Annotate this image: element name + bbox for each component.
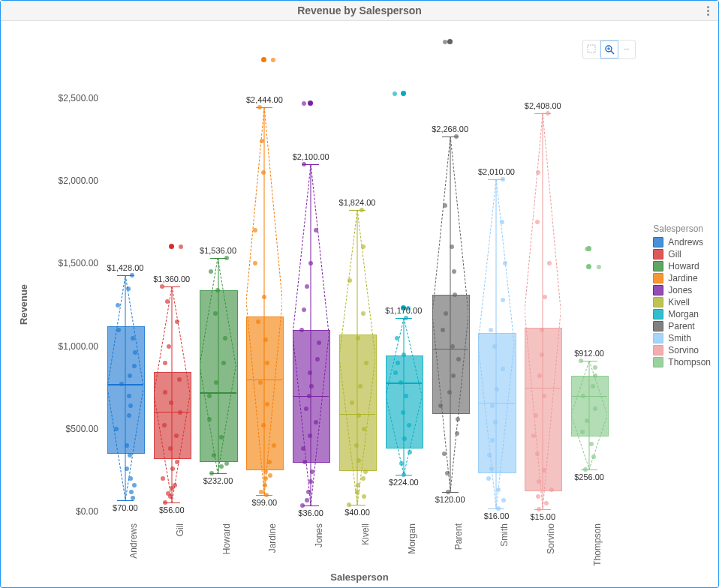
data-point[interactable] bbox=[310, 470, 314, 474]
data-point[interactable] bbox=[591, 384, 595, 388]
data-point[interactable] bbox=[301, 446, 305, 451]
data-point[interactable] bbox=[496, 488, 501, 492]
data-point[interactable] bbox=[581, 394, 585, 398]
data-point[interactable] bbox=[132, 483, 137, 488]
data-point[interactable] bbox=[317, 340, 321, 345]
data-point[interactable] bbox=[265, 402, 269, 406]
data-point[interactable] bbox=[163, 500, 167, 505]
data-point[interactable] bbox=[272, 443, 276, 448]
data-point[interactable] bbox=[549, 488, 554, 492]
data-point[interactable] bbox=[302, 162, 306, 166]
data-point[interactable] bbox=[441, 328, 445, 332]
data-point[interactable] bbox=[125, 466, 129, 471]
data-point[interactable] bbox=[207, 394, 212, 398]
data-point[interactable] bbox=[447, 390, 452, 394]
data-point[interactable] bbox=[486, 476, 491, 481]
data-point[interactable] bbox=[585, 418, 589, 423]
data-point[interactable] bbox=[302, 460, 307, 464]
data-point[interactable] bbox=[224, 256, 229, 260]
legend-item[interactable]: Howard bbox=[653, 261, 711, 272]
data-point[interactable] bbox=[537, 507, 541, 512]
data-point[interactable] bbox=[130, 273, 134, 278]
data-point[interactable] bbox=[501, 177, 505, 182]
legend-item[interactable]: Jardine bbox=[653, 273, 711, 284]
data-point[interactable] bbox=[224, 461, 229, 466]
data-point[interactable] bbox=[579, 358, 583, 363]
legend-item[interactable]: Kivell bbox=[653, 297, 711, 308]
data-point[interactable] bbox=[501, 298, 505, 302]
data-point[interactable] bbox=[455, 431, 459, 436]
data-point[interactable] bbox=[128, 476, 133, 481]
legend-item[interactable]: Gill bbox=[653, 249, 711, 260]
data-point[interactable] bbox=[308, 479, 313, 484]
data-point[interactable] bbox=[402, 472, 406, 477]
data-point[interactable] bbox=[129, 490, 134, 494]
data-point[interactable] bbox=[160, 284, 164, 289]
outlier-point[interactable] bbox=[169, 244, 174, 249]
data-point[interactable] bbox=[356, 413, 361, 418]
data-point[interactable] bbox=[261, 170, 266, 175]
data-point[interactable] bbox=[492, 344, 497, 349]
data-point[interactable] bbox=[489, 328, 493, 332]
data-point[interactable] bbox=[591, 454, 596, 459]
data-point[interactable] bbox=[356, 483, 360, 488]
data-point[interactable] bbox=[361, 244, 366, 249]
box[interactable] bbox=[386, 356, 423, 448]
data-point[interactable] bbox=[132, 364, 137, 368]
data-point[interactable] bbox=[257, 105, 262, 110]
data-point[interactable] bbox=[213, 311, 218, 316]
data-point[interactable] bbox=[263, 476, 268, 481]
data-point[interactable] bbox=[179, 244, 183, 249]
data-point[interactable] bbox=[175, 460, 179, 464]
outlier-point[interactable] bbox=[261, 57, 266, 62]
data-point[interactable] bbox=[438, 404, 443, 408]
data-point[interactable] bbox=[265, 361, 269, 365]
data-point[interactable] bbox=[305, 498, 309, 502]
data-point[interactable] bbox=[544, 501, 549, 506]
data-point[interactable] bbox=[350, 400, 354, 405]
data-point[interactable] bbox=[308, 261, 313, 266]
legend-item[interactable]: Smith bbox=[653, 333, 711, 344]
data-point[interactable] bbox=[167, 344, 171, 349]
data-point[interactable] bbox=[126, 286, 131, 291]
data-point[interactable] bbox=[268, 473, 272, 478]
data-point[interactable] bbox=[503, 261, 507, 266]
data-point[interactable] bbox=[302, 308, 306, 312]
legend-item[interactable]: Parent bbox=[653, 321, 711, 332]
legend-item[interactable]: Thompson bbox=[653, 357, 711, 368]
data-point[interactable] bbox=[404, 316, 408, 320]
data-point[interactable] bbox=[114, 427, 119, 431]
data-point[interactable] bbox=[253, 228, 257, 232]
data-point[interactable] bbox=[450, 344, 455, 349]
box[interactable] bbox=[339, 334, 377, 471]
data-point[interactable] bbox=[396, 361, 400, 365]
data-point[interactable] bbox=[271, 58, 275, 62]
data-point[interactable] bbox=[536, 170, 540, 175]
plot-area[interactable]: $0.00$500.00$1,000.00$1,500.00$2,000.00$… bbox=[102, 32, 612, 520]
outlier-point[interactable] bbox=[401, 91, 406, 96]
data-point[interactable] bbox=[219, 435, 224, 440]
data-point[interactable] bbox=[263, 483, 267, 488]
marquee-select-button[interactable] bbox=[583, 40, 600, 57]
data-point[interactable] bbox=[456, 357, 461, 362]
data-point[interactable] bbox=[355, 490, 360, 494]
data-point[interactable] bbox=[399, 380, 403, 385]
pan-button[interactable]: ↔ bbox=[618, 40, 635, 57]
data-point[interactable] bbox=[175, 320, 179, 324]
data-point[interactable] bbox=[178, 410, 182, 415]
outlier-point[interactable] bbox=[308, 100, 313, 106]
data-point[interactable] bbox=[408, 450, 412, 454]
data-point[interactable] bbox=[165, 299, 170, 304]
data-point[interactable] bbox=[456, 417, 460, 422]
data-point[interactable] bbox=[309, 384, 314, 388]
data-point[interactable] bbox=[177, 377, 182, 382]
data-point[interactable] bbox=[358, 384, 363, 388]
data-point[interactable] bbox=[535, 220, 540, 224]
data-point[interactable] bbox=[535, 452, 540, 456]
data-point[interactable] bbox=[356, 336, 360, 340]
data-point[interactable] bbox=[489, 466, 494, 471]
data-point[interactable] bbox=[305, 284, 309, 289]
data-point[interactable] bbox=[215, 288, 220, 292]
data-point[interactable] bbox=[209, 269, 213, 274]
data-point[interactable] bbox=[597, 265, 601, 269]
